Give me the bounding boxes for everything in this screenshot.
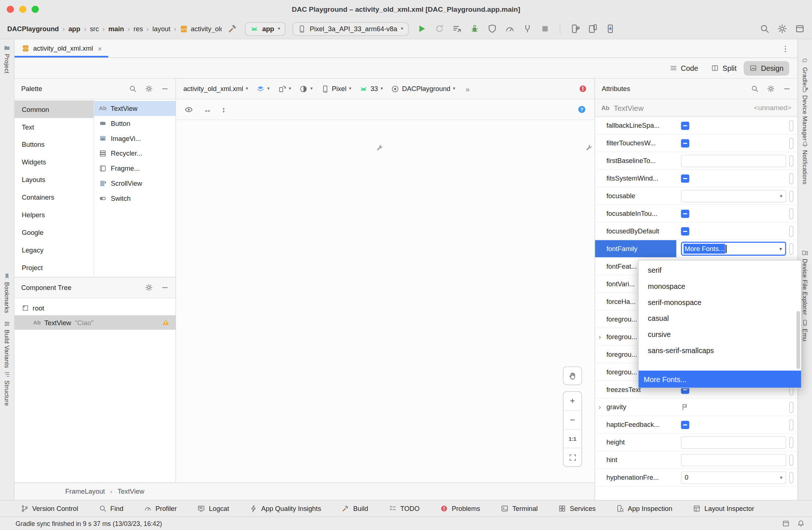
resource-picker-endcap[interactable] [789, 208, 793, 219]
tool-stripe-build-variants[interactable]: Build Variants [4, 320, 10, 368]
expand-chevron-icon[interactable]: › [599, 333, 601, 341]
palette-item-fragme[interactable]: Fragme... [94, 161, 176, 176]
editor-options-icon[interactable]: ⋮ [782, 44, 798, 53]
zoom-reset-button[interactable]: 1:1 [563, 429, 581, 448]
value-field[interactable]: ▾ [681, 190, 786, 202]
font-option-monospace[interactable]: monospace [639, 278, 801, 294]
palette-item-imagevi[interactable]: ImageVi... [94, 131, 176, 146]
tool-window-services[interactable]: Services [559, 505, 596, 512]
horizontal-arrows-icon[interactable]: ↔ [203, 106, 211, 113]
hide-panel-icon[interactable] [783, 85, 791, 92]
vertical-arrows-icon[interactable]: ↕ [222, 106, 226, 113]
tool-window-todo[interactable]: TODO [389, 505, 420, 512]
tool-window-build[interactable]: Build [342, 505, 368, 512]
font-option-sans-serif-smallcaps[interactable]: sans-serif-smallcaps [639, 342, 801, 358]
theme-menu[interactable]: DACPlayground ▾ [391, 85, 455, 93]
flag-icon[interactable] [681, 403, 689, 411]
value-field[interactable] [681, 155, 786, 167]
tree-node-textview[interactable]: AbTextView"Ciao" [14, 315, 176, 330]
resource-picker-endcap[interactable] [789, 137, 793, 149]
font-option-serif[interactable]: serif [639, 262, 801, 278]
palette-item-button[interactable]: Button [94, 116, 176, 131]
run-button[interactable] [417, 24, 427, 34]
search-icon[interactable] [129, 85, 137, 92]
gear-icon[interactable] [767, 85, 775, 92]
palette-category-layouts[interactable]: Layouts [14, 171, 94, 188]
debug-button[interactable] [469, 24, 479, 34]
popup-scrollbar[interactable] [797, 311, 800, 369]
tool-stripe-project[interactable]: Project [4, 44, 10, 73]
gear-icon[interactable] [145, 284, 153, 291]
tool-window-app-inspection[interactable]: App Inspection [616, 505, 672, 512]
surface-mode-button[interactable]: ▾ [256, 85, 270, 93]
resource-picker-endcap[interactable] [789, 419, 793, 431]
gear-icon[interactable] [145, 85, 153, 92]
fontFamily-combobox[interactable]: More Fonts...▾ [681, 242, 786, 256]
zoom-window-button[interactable] [32, 6, 39, 13]
tool-window-terminal[interactable]: Terminal [501, 505, 538, 512]
resource-picker-endcap[interactable] [789, 243, 793, 254]
tool-window-find[interactable]: Find [99, 505, 123, 512]
design-canvas[interactable]: + − 1:1 [176, 120, 594, 482]
resource-picker-endcap[interactable] [789, 190, 793, 202]
tristate-checkbox[interactable] [681, 139, 689, 148]
orientation-button[interactable]: ▾ [278, 85, 291, 93]
breadcrumb-item[interactable]: DACPlayground [7, 25, 59, 33]
tool-stripe-emu[interactable]: Emu [802, 319, 808, 341]
palette-category-common[interactable]: Common [14, 101, 94, 118]
night-mode-button[interactable]: ▾ [299, 85, 313, 93]
tree-node-root[interactable]: root [14, 301, 176, 315]
zoom-in-button[interactable]: + [563, 392, 581, 411]
device-select[interactable]: Pixel_3a_API_33_arm64-v8a ▾ [293, 22, 408, 36]
resource-picker-endcap[interactable] [789, 472, 793, 483]
palette-category-helpers[interactable]: Helpers [14, 206, 94, 224]
tool-stripe-device-manager[interactable]: Device Manager [802, 86, 808, 141]
font-option-serif-monospace[interactable]: serif-monospace [639, 294, 801, 310]
layout-indicator-icon[interactable] [782, 520, 790, 527]
view-options-icon[interactable] [184, 105, 193, 114]
resource-picker-endcap[interactable] [789, 225, 793, 237]
resource-picker-endcap[interactable] [789, 173, 793, 184]
notifications-icon[interactable] [797, 520, 805, 527]
tool-window-logcat[interactable]: Logcat [198, 505, 229, 512]
combo-dropdown-icon[interactable]: ▾ [777, 246, 784, 252]
palette-item-switch[interactable]: Switch [94, 191, 176, 206]
breadcrumb-item[interactable]: app [68, 25, 80, 33]
palette-category-legacy[interactable]: Legacy [14, 241, 94, 259]
dropdown-arrow-icon[interactable]: ▾ [780, 193, 783, 199]
resource-picker-endcap[interactable] [789, 454, 793, 465]
tristate-checkbox[interactable] [681, 174, 689, 183]
zoom-out-button[interactable]: − [563, 410, 581, 429]
breadcrumb-item[interactable]: </>activity_old_xml.xml [180, 25, 222, 33]
value-field[interactable] [681, 436, 786, 449]
expand-chevron-icon[interactable]: › [599, 403, 601, 411]
editor-tab[interactable]: </> activity_old_xml.xml × [14, 39, 108, 57]
coverage-icon[interactable] [487, 24, 497, 34]
tristate-checkbox[interactable] [681, 227, 689, 235]
build-hammer-icon[interactable] [228, 24, 238, 34]
attach-debugger-icon[interactable] [522, 24, 532, 34]
breadcrumb-item[interactable]: res [134, 25, 143, 33]
breadcrumb-item[interactable]: src [90, 25, 99, 33]
tool-stripe-device-file-explorer[interactable]: Device File Explorer [802, 249, 808, 315]
mode-code-button[interactable]: Code [664, 61, 704, 75]
window-layout-icon[interactable] [795, 24, 805, 34]
palette-item-textview[interactable]: AbTextView [94, 101, 176, 116]
tool-stripe-notifications[interactable]: Notifications [802, 141, 808, 185]
pan-tool-button[interactable] [563, 366, 582, 385]
stop-button[interactable] [540, 24, 550, 34]
mode-design-button[interactable]: Design [744, 61, 789, 75]
device-manager-icon[interactable] [570, 24, 580, 34]
profile-app-icon[interactable] [452, 24, 462, 34]
tool-stripe-bookmarks[interactable]: Bookmarks [4, 273, 10, 313]
font-option-casual[interactable]: casual [639, 310, 801, 326]
hide-panel-icon[interactable] [161, 85, 169, 92]
palette-item-scrollview[interactable]: ScrollView [94, 176, 176, 191]
value-field[interactable]: 0▾ [681, 471, 786, 484]
dropdown-arrow-icon[interactable]: ▾ [780, 475, 783, 480]
toolbar-overflow-icon[interactable]: » [466, 85, 470, 93]
resource-picker-endcap[interactable] [789, 120, 793, 131]
breadcrumb-framelayout[interactable]: FrameLayout [65, 487, 105, 495]
palette-category-widgets[interactable]: Widgets [14, 153, 94, 171]
palette-category-buttons[interactable]: Buttons [14, 135, 94, 153]
